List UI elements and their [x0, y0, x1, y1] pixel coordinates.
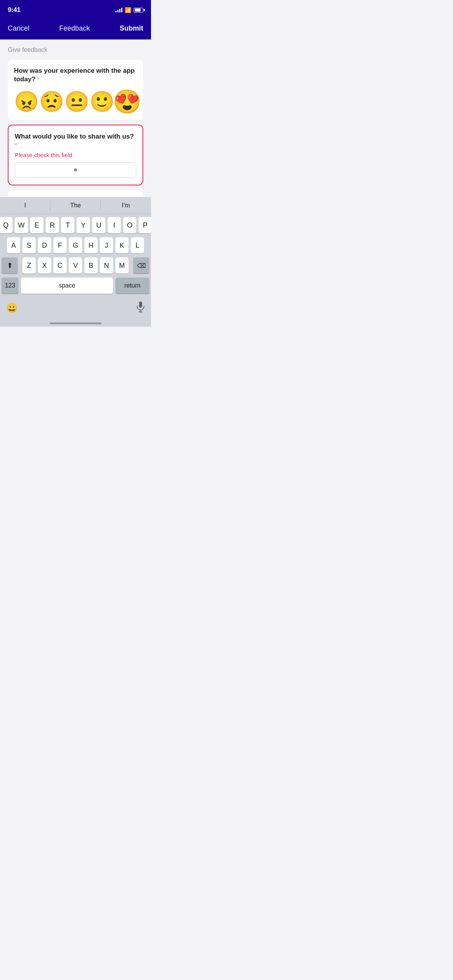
key-row-2: A S D F G H J K L: [2, 237, 149, 254]
key-b[interactable]: B: [84, 257, 98, 274]
emoji-love[interactable]: 😍: [113, 90, 142, 113]
emoji-neutral[interactable]: 😐: [64, 91, 89, 111]
emoji-keyboard-icon[interactable]: 😀: [6, 303, 18, 314]
battery-icon: [134, 8, 143, 13]
key-row-3: ⬆ Z X C V B N M ⌫: [2, 257, 149, 274]
content-area: Give feedback How was your experience wi…: [0, 39, 151, 223]
key-k[interactable]: K: [115, 237, 129, 254]
key-m[interactable]: M: [115, 257, 129, 274]
key-s[interactable]: S: [22, 237, 36, 254]
key-l[interactable]: L: [131, 237, 144, 254]
status-icons: 📶: [115, 7, 143, 13]
cancel-button[interactable]: Cancel: [8, 24, 29, 33]
key-row-4: 123 space return: [2, 278, 149, 294]
key-c[interactable]: C: [53, 257, 67, 274]
share-question: What would you like to share with us? *: [15, 132, 136, 149]
key-t[interactable]: T: [61, 217, 74, 233]
key-h[interactable]: H: [84, 237, 98, 254]
key-f[interactable]: F: [53, 237, 67, 254]
share-text-input[interactable]: [15, 162, 136, 178]
key-i[interactable]: I: [108, 217, 121, 233]
key-w[interactable]: W: [15, 217, 28, 233]
suggestion-the[interactable]: The: [50, 197, 101, 214]
nav-bar: Cancel Feedback Submit: [0, 19, 151, 39]
return-key[interactable]: return: [115, 278, 149, 294]
emoji-rating-row: 😠 😟 😐 🙂 😍: [14, 90, 137, 113]
key-a[interactable]: A: [7, 237, 20, 254]
key-v[interactable]: V: [69, 257, 82, 274]
status-bar: 9:41 📶: [0, 0, 151, 19]
numbers-key[interactable]: 123: [2, 278, 19, 294]
keyboard-suggestions-bar: I The I'm: [0, 197, 151, 214]
microphone-icon[interactable]: [136, 302, 145, 315]
keyboard-bottom-bar: 😀: [0, 299, 151, 322]
suggestion-i[interactable]: I: [0, 197, 50, 214]
key-o[interactable]: O: [123, 217, 136, 233]
signal-icon: [115, 8, 122, 12]
key-row-1: Q W E R T Y U I O P: [2, 217, 149, 233]
keyboard-rows: Q W E R T Y U I O P A S D F G H J K L ⬆ …: [0, 214, 151, 299]
key-n[interactable]: N: [100, 257, 113, 274]
key-u[interactable]: U: [92, 217, 105, 233]
share-card: What would you like to share with us? * …: [8, 125, 143, 185]
key-e[interactable]: E: [30, 217, 43, 233]
svg-rect-0: [139, 302, 142, 308]
shift-key[interactable]: ⬆: [2, 257, 18, 274]
status-time: 9:41: [8, 6, 21, 14]
experience-card: How was your experience with the app tod…: [8, 60, 143, 120]
home-indicator: [0, 322, 151, 327]
key-j[interactable]: J: [100, 237, 113, 254]
key-q[interactable]: Q: [0, 217, 12, 233]
delete-key[interactable]: ⌫: [133, 257, 149, 274]
key-y[interactable]: Y: [77, 217, 90, 233]
page-title: Feedback: [59, 24, 90, 33]
key-z[interactable]: Z: [22, 257, 36, 274]
key-g[interactable]: G: [69, 237, 82, 254]
suggestion-im[interactable]: I'm: [101, 197, 151, 214]
text-cursor: [74, 168, 77, 171]
emoji-sad[interactable]: 😟: [39, 91, 64, 111]
space-key[interactable]: space: [21, 278, 113, 294]
emoji-very-angry[interactable]: 😠: [14, 91, 39, 111]
error-message: Please check this field: [15, 152, 136, 158]
key-d[interactable]: D: [38, 237, 51, 254]
key-x[interactable]: X: [38, 257, 51, 274]
submit-button[interactable]: Submit: [120, 24, 143, 33]
home-bar: [50, 322, 101, 324]
key-p[interactable]: P: [139, 217, 151, 233]
key-r[interactable]: R: [46, 217, 59, 233]
emoji-happy[interactable]: 🙂: [89, 91, 115, 111]
keyboard: I The I'm Q W E R T Y U I O P A S D F: [0, 197, 151, 327]
experience-question: How was your experience with the app tod…: [14, 67, 137, 84]
section-label: Give feedback: [8, 46, 143, 53]
wifi-icon: 📶: [125, 7, 131, 13]
